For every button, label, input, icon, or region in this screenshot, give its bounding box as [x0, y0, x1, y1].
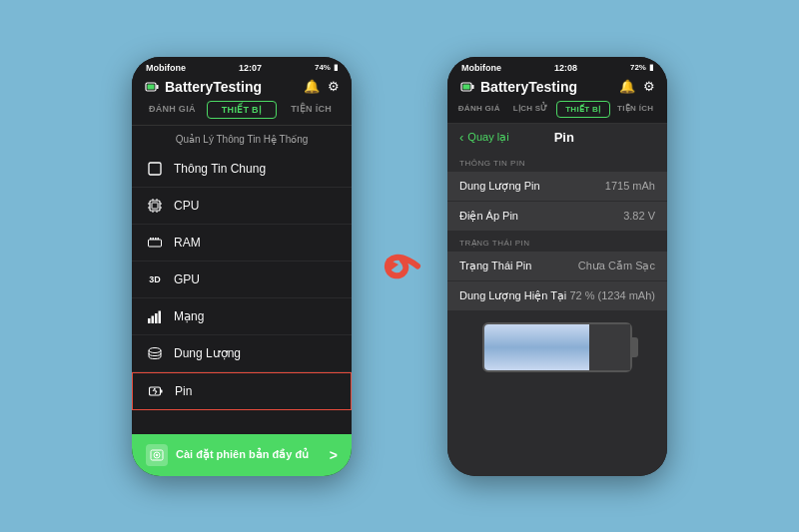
app-name-right: BatteryTesting — [480, 79, 577, 95]
info-row-dien-ap: Điện Áp Pin 3.82 V — [447, 202, 667, 231]
menu-label-thong-tin: Thông Tin Chung — [174, 162, 266, 176]
status-bar-right: Mobifone 12:08 72% ▮ — [447, 57, 667, 75]
tab-thiet-bi-left[interactable]: THIẾT BỊ — [207, 101, 278, 119]
menu-label-pin: Pin — [175, 384, 192, 398]
svg-rect-17 — [155, 238, 157, 240]
menu-item-cpu[interactable]: CPU — [132, 188, 352, 225]
red-arrow-svg — [373, 239, 427, 293]
svg-point-23 — [149, 347, 161, 352]
app-battery-icon-right — [459, 79, 475, 95]
svg-rect-1 — [157, 85, 159, 89]
bottom-install-button[interactable]: Cài đặt phiên bản đầy đủ > — [132, 434, 352, 476]
left-phone: Mobifone 12:07 74% ▮ BatteryTesting — [132, 57, 352, 476]
svg-rect-22 — [159, 310, 162, 323]
storage-icon — [146, 344, 164, 362]
svg-rect-5 — [152, 203, 158, 209]
battery-percent-left: 74% — [315, 63, 331, 72]
svg-point-32 — [156, 453, 158, 455]
network-icon — [146, 307, 164, 325]
section-title-left: Quản Lý Thông Tin Hệ Thống — [132, 126, 352, 151]
battery-fill-empty — [589, 324, 630, 370]
battery-fill — [484, 324, 589, 370]
value-dien-ap: 3.82 V — [623, 210, 655, 222]
header-icons-left: 🔔 ⚙ — [304, 79, 340, 94]
battery-menu-icon — [147, 382, 165, 400]
menu-label-dung-luong: Dung Lượng — [174, 346, 241, 360]
svg-rect-14 — [149, 240, 162, 247]
gear-icon-right[interactable]: ⚙ — [643, 79, 655, 94]
svg-rect-19 — [148, 318, 151, 323]
label-trang-thai: Trạng Thái Pin — [459, 260, 531, 272]
time-right: 12:08 — [554, 63, 577, 73]
value-trang-thai: Chưa Cắm Sạc — [578, 260, 655, 272]
app-header-left: BatteryTesting 🔔 ⚙ — [132, 75, 352, 101]
svg-rect-16 — [153, 238, 155, 240]
svg-rect-2 — [148, 84, 155, 89]
svg-rect-25 — [161, 389, 163, 392]
tab-tien-ich-left[interactable]: TIỆN ÍCH — [277, 101, 346, 119]
info-row-trang-thai: Trạng Thái Pin Chưa Cắm Sạc — [447, 252, 667, 281]
svg-rect-3 — [149, 163, 161, 175]
back-bar: ‹ Quay lại Pin — [447, 124, 667, 151]
tab-danh-gia-right[interactable]: ĐÁNH GIÁ — [453, 101, 505, 118]
bell-icon-right[interactable]: 🔔 — [619, 79, 635, 94]
back-label[interactable]: Quay lại — [467, 131, 508, 144]
detail-content: ‹ Quay lại Pin THÔNG TIN PIN Dung Lượng … — [447, 124, 667, 476]
value-dung-luong-ht: 72 % (1234 mAh) — [569, 289, 655, 301]
section-header-trang-thai: TRẠNG THÁI PIN — [447, 231, 667, 252]
svg-rect-15 — [150, 238, 152, 240]
battery-visual — [482, 322, 632, 372]
label-dien-ap: Điện Áp Pin — [459, 210, 518, 223]
carrier-left: Mobifone — [146, 63, 186, 73]
status-icons-right: 72% ▮ — [630, 63, 653, 72]
battery-visual-container — [447, 310, 667, 384]
menu-item-dung-luong[interactable]: Dung Lượng — [132, 335, 352, 372]
battery-tip — [632, 337, 638, 357]
app-header-right: BatteryTesting 🔔 ⚙ — [447, 75, 667, 101]
menu-item-gpu[interactable]: 3D GPU — [132, 262, 352, 298]
tab-danh-gia[interactable]: ĐÁNH GIÁ — [138, 101, 207, 119]
menu-item-pin[interactable]: Pin — [132, 372, 352, 410]
svg-rect-35 — [472, 85, 474, 89]
square-icon — [146, 160, 164, 178]
app-name-left: BatteryTesting — [165, 79, 262, 95]
value-dung-luong-pin: 1715 mAh — [605, 180, 655, 192]
battery-icon-right: ▮ — [649, 63, 653, 72]
install-icon — [146, 444, 168, 466]
svg-rect-36 — [463, 84, 470, 89]
app-battery-icon — [144, 79, 160, 95]
info-row-dung-luong-pin: Dung Lượng Pin 1715 mAh — [447, 172, 667, 202]
menu-label-cpu: CPU — [174, 199, 199, 213]
status-bar-left: Mobifone 12:07 74% ▮ — [132, 57, 352, 75]
menu-label-mang: Mạng — [174, 309, 204, 323]
info-row-dung-luong-hien-tai: Dung Lượng Hiện Tại 72 % (1234 mAh) — [447, 281, 667, 310]
status-icons-left: 74% ▮ — [315, 63, 338, 72]
tab-tien-ich-right[interactable]: TIỆN ÍCH — [610, 101, 662, 118]
bottom-btn-content: Cài đặt phiên bản đầy đủ — [146, 444, 309, 466]
main-container: Mobifone 12:07 74% ▮ BatteryTesting — [132, 57, 667, 476]
time-left: 12:07 — [239, 63, 262, 73]
arrow-container — [370, 239, 429, 293]
menu-item-thong-tin[interactable]: Thông Tin Chung — [132, 151, 352, 188]
menu-list: Thông Tin Chung — [132, 151, 352, 434]
menu-item-mang[interactable]: Mạng — [132, 298, 352, 335]
section-header-thong-tin: THÔNG TIN PIN — [447, 151, 667, 172]
label-dung-luong-pin: Dung Lượng Pin — [459, 180, 540, 193]
battery-icon-left: ▮ — [334, 63, 338, 72]
header-icons-right: 🔔 ⚙ — [619, 79, 655, 94]
menu-label-gpu: GPU — [174, 272, 200, 286]
tab-thiet-bi-right[interactable]: THIẾT BỊ — [556, 101, 610, 118]
tab-lich-su[interactable]: LỊCH SỬ — [505, 101, 557, 118]
menu-item-ram[interactable]: RAM — [132, 225, 352, 262]
svg-rect-20 — [152, 315, 155, 323]
back-arrow-icon: ‹ — [459, 130, 463, 145]
3d-icon: 3D — [146, 270, 164, 288]
arrow-right-icon: > — [330, 447, 338, 463]
right-phone: Mobifone 12:08 72% ▮ BatteryTesting — [447, 57, 667, 476]
svg-rect-18 — [158, 238, 160, 240]
cpu-icon — [146, 197, 164, 215]
app-title-right: BatteryTesting — [459, 79, 577, 95]
menu-label-ram: RAM — [174, 236, 201, 250]
bell-icon[interactable]: 🔔 — [304, 79, 320, 94]
gear-icon[interactable]: ⚙ — [328, 79, 340, 94]
